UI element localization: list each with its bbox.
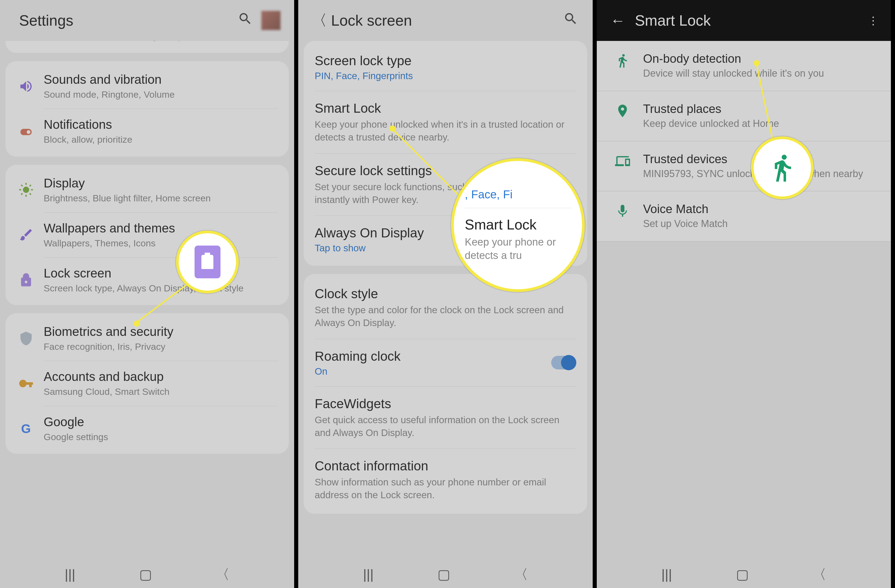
lock-icon — [194, 246, 220, 278]
list-item[interactable]: Biometrics and securityFace recognition,… — [6, 316, 289, 361]
recents-button[interactable]: ||| — [363, 567, 373, 582]
settings-card: Clock styleSet the type and color for th… — [304, 274, 587, 514]
list-item[interactable]: Smart LockKeep your phone unlocked when … — [304, 91, 587, 153]
header: ← Smart Lock ⋮ — [597, 0, 891, 41]
toggle-switch[interactable] — [551, 356, 576, 370]
volume-icon — [15, 79, 37, 94]
back-icon[interactable]: ← — [610, 12, 624, 29]
home-button[interactable]: ▢ — [736, 567, 749, 582]
smartlock-screen: ← Smart Lock ⋮ On-body detectionDevice w… — [597, 0, 895, 588]
notif-icon — [15, 124, 37, 139]
settings-card: Sounds and vibrationSound mode, Ringtone… — [6, 61, 289, 156]
callout-lock-icon — [176, 230, 239, 293]
highlight-dot — [754, 60, 760, 66]
back-icon[interactable]: 〈 — [312, 11, 326, 30]
profile-avatar[interactable] — [261, 11, 281, 30]
settings-screen: Settings Wi-Fi, Bluetooth, Data usage, A… — [0, 0, 298, 588]
search-icon[interactable] — [237, 11, 253, 30]
highlight-dot — [134, 321, 140, 327]
google-icon: G — [15, 421, 37, 436]
list-item[interactable]: Accounts and backupSamsung Cloud, Smart … — [6, 361, 289, 406]
place-icon — [610, 102, 635, 118]
back-button[interactable]: 〈 — [813, 565, 826, 583]
devices-icon — [610, 152, 635, 169]
list-item[interactable]: Trusted devicesMINI95793, SYNC unlock th… — [597, 141, 891, 191]
callout-walk-icon — [751, 136, 814, 199]
list-item[interactable]: Sounds and vibrationSound mode, Ringtone… — [6, 64, 289, 109]
list-item[interactable]: Contact informationShow information such… — [304, 449, 587, 511]
settings-card: Biometrics and securityFace recognition,… — [6, 313, 289, 454]
home-button[interactable]: ▢ — [139, 567, 152, 582]
nav-bar: ||| ▢ 〈 — [597, 561, 891, 588]
settings-card: DisplayBrightness, Blue light filter, Ho… — [6, 165, 289, 305]
list-item[interactable]: Screen lock typePIN, Face, Fingerprints — [304, 44, 587, 91]
page-title: Settings — [19, 12, 237, 29]
list-item[interactable]: Lock screenScreen lock type, Always On D… — [6, 258, 289, 302]
settings-card: Wi-Fi, Bluetooth, Data usage, Airplane m… — [6, 41, 289, 53]
list-item[interactable]: G GoogleGoogle settings — [6, 406, 289, 451]
callout-smartlock: , Face, Fi Smart Lock Keep your phone or… — [451, 158, 585, 292]
page-title: Smart Lock — [635, 12, 868, 29]
list-item[interactable]: Wallpapers and themesWallpapers, Themes,… — [6, 212, 289, 257]
brush-icon — [15, 227, 37, 242]
list-item[interactable]: Trusted placesKeep device unlocked at Ho… — [597, 91, 891, 141]
back-button[interactable]: 〈 — [216, 565, 229, 583]
shield-icon — [15, 331, 37, 346]
mic-icon — [610, 202, 635, 218]
svg-point-1 — [26, 130, 30, 134]
recents-button[interactable]: ||| — [65, 567, 75, 582]
header: Settings — [0, 0, 294, 41]
home-button[interactable]: ▢ — [437, 567, 450, 582]
sun-icon — [15, 182, 37, 197]
svg-text:G: G — [21, 422, 31, 436]
lock-icon — [15, 273, 37, 288]
search-icon[interactable] — [563, 11, 579, 30]
walk-icon — [610, 52, 635, 68]
svg-point-2 — [23, 186, 29, 193]
page-title: Lock screen — [331, 12, 562, 29]
recents-button[interactable]: ||| — [661, 567, 672, 582]
back-button[interactable]: 〈 — [514, 565, 528, 583]
list-item[interactable]: On-body detectionDevice will stay unlock… — [597, 41, 891, 91]
key-icon — [15, 376, 37, 391]
list-item[interactable]: Wi-Fi, Bluetooth, Data usage, Airplane m… — [6, 41, 289, 50]
list-item[interactable]: DisplayBrightness, Blue light filter, Ho… — [6, 168, 289, 212]
list-item[interactable]: Roaming clockOn — [304, 339, 587, 386]
overflow-menu-icon[interactable]: ⋮ — [868, 14, 877, 27]
header: 〈 Lock screen — [298, 0, 592, 41]
list-item[interactable]: NotificationsBlock, allow, prioritize — [6, 109, 289, 154]
lockscreen-settings-screen: 〈 Lock screen Screen lock typePIN, Face,… — [298, 0, 596, 588]
nav-bar: ||| ▢ 〈 — [298, 561, 592, 588]
list-item[interactable]: Voice MatchSet up Voice Match — [597, 191, 891, 241]
list-item[interactable]: FaceWidgetsGet quick access to useful in… — [304, 386, 587, 449]
nav-bar: ||| ▢ 〈 — [0, 561, 294, 588]
